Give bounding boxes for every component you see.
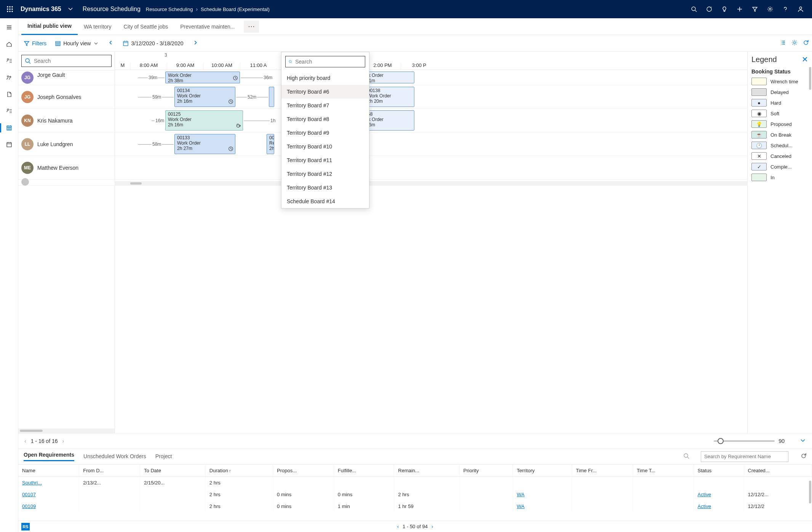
user-icon[interactable] — [793, 0, 808, 18]
calendar-icon[interactable] — [3, 139, 15, 151]
resource-row[interactable]: JGJoseph Gonsalves — [18, 85, 115, 109]
booking[interactable]: 00133Work Order2h 27m — [174, 134, 235, 154]
tab-seattle-jobs[interactable]: City of Seattle jobs — [118, 18, 174, 35]
legend-scrollbar[interactable] — [809, 67, 811, 90]
req-search[interactable] — [701, 451, 788, 462]
req-search-icon[interactable] — [683, 453, 689, 460]
date-range-button[interactable]: 3/12/2020 - 3/18/2020 — [120, 39, 185, 48]
timeline-scrollbar[interactable] — [115, 181, 747, 186]
req-col-header[interactable]: Fulfille... — [334, 465, 394, 477]
chevron-down-icon[interactable] — [67, 6, 74, 13]
search-icon[interactable] — [686, 0, 702, 18]
resource-row[interactable]: LLLuke Lundgren — [18, 132, 115, 156]
resource-search-input[interactable] — [34, 58, 108, 64]
module-name[interactable]: Resource Scheduling — [83, 6, 141, 13]
tabs-overflow-button[interactable] — [244, 21, 259, 33]
pager-prev[interactable]: ‹ — [24, 438, 26, 444]
task-icon[interactable] — [702, 0, 717, 18]
date-prev-button[interactable] — [105, 38, 117, 48]
refresh-icon[interactable] — [803, 40, 809, 47]
document-icon[interactable] — [3, 88, 15, 100]
dropdown-item[interactable]: Territory Board #6 — [281, 85, 369, 99]
date-next-button[interactable] — [190, 38, 201, 48]
req-col-header[interactable]: Time Fr... — [572, 465, 633, 477]
req-link[interactable]: Active — [698, 492, 711, 497]
req-tab-project[interactable]: Project — [155, 453, 172, 460]
req-link[interactable]: Southri... — [22, 480, 42, 486]
req-col-header[interactable]: Duration↑ — [205, 465, 273, 477]
home-icon[interactable] — [3, 38, 15, 50]
filters-button[interactable]: Filters — [21, 39, 49, 48]
resource-row[interactable]: JGJorge Gault — [18, 70, 115, 85]
dropdown-search[interactable] — [285, 56, 365, 67]
req-col-header[interactable]: Name — [18, 465, 79, 477]
people-list-icon[interactable] — [3, 55, 15, 67]
req-refresh-icon[interactable] — [801, 453, 807, 460]
app-launcher-icon[interactable] — [4, 3, 16, 15]
resource-row[interactable]: MEMatthew Everson — [18, 156, 115, 180]
req-scrollbar[interactable] — [809, 481, 811, 503]
booking[interactable]: Work Order2h 38m — [165, 72, 240, 83]
req-row[interactable]: Southri...2/13/2...2/15/20...2 hrs — [18, 477, 812, 489]
dropdown-item[interactable]: Territory Board #13 — [281, 181, 369, 194]
req-link[interactable]: WA — [517, 503, 524, 509]
req-link[interactable]: 00107 — [22, 492, 36, 497]
req-col-header[interactable]: Propos... — [273, 465, 334, 477]
zoom-slider[interactable]: 90 — [714, 437, 806, 444]
dropdown-item[interactable]: Schedule Board #14 — [281, 194, 369, 208]
req-prev[interactable]: ‹ — [397, 524, 399, 529]
req-link[interactable]: Active — [698, 503, 711, 509]
req-col-header[interactable]: Remain... — [394, 465, 459, 477]
dropdown-item[interactable]: Territory Board #10 — [281, 140, 369, 153]
pager-next[interactable]: › — [62, 438, 64, 444]
booking[interactable]: 00Re2h — [267, 134, 274, 154]
req-link[interactable]: 00109 — [22, 503, 36, 509]
dropdown-item[interactable]: High priority board — [281, 71, 369, 85]
dropdown-item[interactable]: Territory Board #8 — [281, 112, 369, 126]
resource-search[interactable] — [21, 55, 112, 67]
calendar-week-icon[interactable] — [3, 122, 15, 134]
gear-icon[interactable] — [762, 0, 778, 18]
list-view-icon[interactable] — [780, 40, 786, 47]
req-col-header[interactable]: From D... — [79, 465, 140, 477]
req-col-header[interactable]: To Date — [140, 465, 206, 477]
legend-close-icon[interactable]: ✕ — [802, 55, 808, 64]
breadcrumb-2[interactable]: Schedule Board (Experimental) — [201, 6, 270, 12]
req-tab-unscheduled[interactable]: Unscheduled Work Orders — [83, 453, 146, 460]
rs-badge[interactable]: RS — [21, 523, 30, 530]
resources-scrollbar[interactable] — [18, 428, 115, 433]
breadcrumb-1[interactable]: Resource Scheduling — [146, 6, 193, 12]
req-next[interactable]: › — [432, 524, 433, 529]
req-col-header[interactable]: Status — [694, 465, 744, 477]
dropdown-item[interactable]: Territory Board #11 — [281, 153, 369, 167]
req-tab-open[interactable]: Open Requirements — [24, 452, 74, 461]
booking[interactable]: 00138Work Order2h 20m — [365, 87, 414, 107]
view-mode-button[interactable]: Hourly view — [53, 39, 101, 48]
booking[interactable]: 00125Work Order2h 16m — [165, 110, 243, 131]
tab-initial-view[interactable]: Initial public view — [21, 18, 78, 35]
app-brand[interactable]: Dynamics 365 — [21, 6, 61, 13]
plus-icon[interactable] — [732, 0, 747, 18]
req-col-header[interactable]: Time T... — [633, 465, 694, 477]
req-link[interactable]: WA — [517, 492, 524, 497]
req-row[interactable]: 001092 hrs0 mins1 min1 hr 59WAActive12/1… — [18, 500, 812, 512]
dropdown-item[interactable]: Territory Board #7 — [281, 99, 369, 112]
tab-wa-territory[interactable]: WA territory — [78, 18, 118, 35]
people-list-2-icon[interactable] — [3, 105, 15, 117]
req-col-header[interactable]: Territory — [513, 465, 572, 477]
lightbulb-icon[interactable] — [717, 0, 732, 18]
resource-row[interactable]: KNKris Nakamura — [18, 109, 115, 132]
tab-preventative[interactable]: Preventative mainten... — [174, 18, 241, 35]
req-row[interactable]: 001072 hrs0 mins0 mins2 hrsWAActive12/12… — [18, 489, 812, 500]
booking[interactable]: 00134Work Order2h 16m — [174, 87, 235, 107]
req-col-header[interactable]: Created... — [744, 465, 812, 477]
dropdown-item[interactable]: Territory Board #9 — [281, 126, 369, 140]
dropdown-item[interactable]: Territory Board #12 — [281, 167, 369, 181]
settings-gear-icon[interactable] — [791, 40, 798, 47]
hamburger-icon[interactable] — [3, 21, 15, 33]
booking[interactable] — [269, 87, 274, 107]
help-icon[interactable] — [778, 0, 793, 18]
filter-icon[interactable] — [747, 0, 762, 18]
req-col-header[interactable]: Priority — [459, 465, 513, 477]
req-search-input[interactable] — [704, 454, 785, 459]
